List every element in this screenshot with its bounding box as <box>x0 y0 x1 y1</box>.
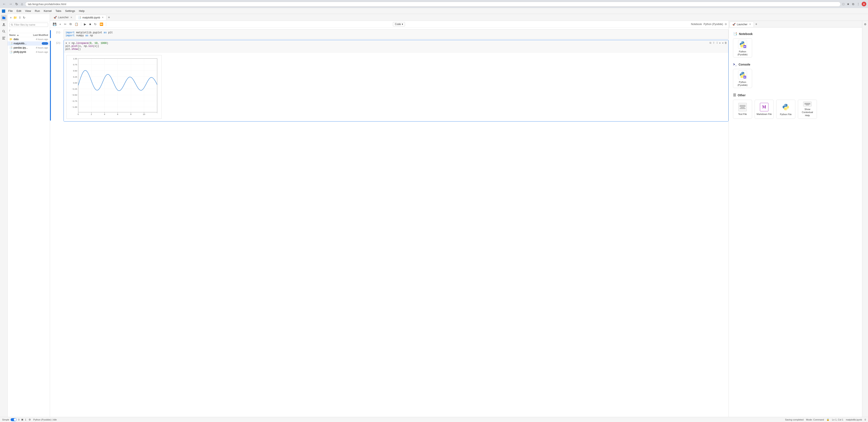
breadcrumb: / <box>8 28 50 33</box>
sidebar-search-button[interactable] <box>1 28 7 34</box>
tab-matplotlib[interactable]: 📑 matplotlib.ipynb ✕ <box>75 15 106 20</box>
add-cell-button[interactable]: + <box>58 22 62 27</box>
launcher-card-markdown[interactable]: M Markdown File <box>755 100 774 119</box>
move-down-button[interactable]: ⇩ <box>716 41 719 45</box>
new-file-button[interactable]: + <box>9 15 12 20</box>
file-item-plotly[interactable]: 📑 plotly.ipynb 4 hours ago <box>8 50 50 54</box>
right-add-tab-button[interactable]: + <box>754 22 758 27</box>
svg-text:−0.50: −0.50 <box>72 94 78 96</box>
search-icon <box>11 24 13 26</box>
save-button[interactable]: 💾 <box>52 22 57 27</box>
kernel-select[interactable]: Code ▾ <box>393 22 405 26</box>
right-tab-launcher[interactable]: 🚀 Launcher ✕ <box>730 22 754 27</box>
delete-cell-button[interactable]: 🗑 <box>724 41 727 45</box>
simple-label: Simple <box>2 418 9 421</box>
right-sidebar-btn-1[interactable]: ⚙ <box>863 22 868 27</box>
launcher-card-notebook-pyodide[interactable]: WA Python(Pyodide) <box>733 38 752 57</box>
right-panel-tab-bar: 🚀 Launcher ✕ + <box>729 21 862 28</box>
address-bar[interactable]: lab.fengchao.pro/lab/index.html <box>25 2 841 7</box>
cell-2-code[interactable]: x = np.linspace(0, 10, 1000) plt.plot(x,… <box>64 40 728 52</box>
copy-cell-button[interactable]: ⧉ <box>709 41 712 45</box>
stop-button[interactable]: ■ <box>88 22 92 27</box>
add-tab-button[interactable]: + <box>106 15 111 20</box>
cell-2-content[interactable]: ⧉ ⇧ ⇩ ▸ ◂ 🗑 x = np.linspace(0, 10, 1000)… <box>64 40 728 122</box>
menu-tabs[interactable]: Tabs <box>54 9 63 13</box>
menu-file[interactable]: File <box>6 9 14 13</box>
sidebar-toc-button[interactable] <box>1 35 7 41</box>
file-name: matplotlib... <box>13 42 40 45</box>
paste-button[interactable]: 📋 <box>73 22 79 27</box>
sidebar-files-button[interactable] <box>1 15 7 21</box>
copy-button[interactable]: ⧉ <box>68 22 73 27</box>
file-name: data <box>13 38 35 41</box>
menu-view[interactable]: View <box>23 9 33 13</box>
notebook-pyodide-label: Python(Pyodide) <box>738 50 747 56</box>
status-left: Simple 0 ▣ 1 ⚙ Python (Pyodide) | Idle <box>2 418 782 422</box>
forward-button[interactable]: → <box>8 2 13 6</box>
file-list-header[interactable]: Name ▲ Last Modified <box>8 33 50 37</box>
notebook-tab-close[interactable]: ✕ <box>102 16 104 19</box>
launcher-card-console-pyodide[interactable]: WA Python(Pyodide) <box>733 69 752 88</box>
cell-1-content[interactable]: import matplotlib.pyplot as plt import n… <box>64 29 728 39</box>
settings-button[interactable]: ⋮ <box>856 2 860 6</box>
toggle-track[interactable] <box>10 418 17 421</box>
bookmark-button[interactable]: ★ <box>846 2 850 6</box>
menu-run[interactable]: Run <box>33 9 41 13</box>
launcher-card-contextual-help[interactable]: ShowContextual Help <box>798 100 817 119</box>
text-file-label: Text File <box>738 113 747 116</box>
add-above-button[interactable]: ▸ <box>719 41 721 45</box>
svg-point-1 <box>3 30 4 32</box>
status-settings-button[interactable]: ⚙ <box>28 418 32 422</box>
python-file-icon <box>781 103 790 112</box>
svg-text:0.50: 0.50 <box>73 69 78 72</box>
file-search-container[interactable] <box>9 23 48 27</box>
file-modified: 4 hours ago <box>36 38 48 40</box>
add-below-button[interactable]: ◂ <box>721 41 724 45</box>
console-section-title: Console <box>739 63 750 66</box>
notebook-icon: 📑 <box>9 46 13 49</box>
right-launcher-close[interactable]: ✕ <box>749 23 751 26</box>
fast-forward-button[interactable]: ⏩ <box>98 22 104 27</box>
refresh-button[interactable]: ↻ <box>22 15 26 20</box>
cell-1-code[interactable]: import matplotlib.pyplot as plt import n… <box>64 29 728 39</box>
right-panel: 🚀 Launcher ✕ + 📑 Notebook <box>728 21 862 417</box>
file-search-input[interactable] <box>14 23 46 26</box>
launcher-card-python-file[interactable]: Python File <box>776 100 795 119</box>
restart-button[interactable]: ↻ <box>93 22 98 27</box>
reload-button[interactable]: ↻ <box>14 2 19 7</box>
menu-edit[interactable]: Edit <box>15 9 23 13</box>
menu-help[interactable]: Help <box>77 9 86 13</box>
cut-button[interactable]: ✂ <box>63 22 68 27</box>
new-folder-button[interactable]: 📁 <box>13 15 18 20</box>
browser-actions: □ ★ ⧉ ⋮ A <box>842 2 866 7</box>
kernel-info: Notebook Python (Pyodide) <box>691 23 727 26</box>
run-button[interactable]: ▶ <box>83 22 87 27</box>
sidebar-upload-button[interactable] <box>1 22 7 28</box>
launcher-tab-close[interactable]: ✕ <box>70 16 72 19</box>
right-sidebar: ⚙ <box>862 21 868 417</box>
home-button[interactable]: ⌂ <box>20 2 24 6</box>
file-modified: 4 hours ago <box>36 51 48 53</box>
menu-settings[interactable]: Settings <box>63 9 77 13</box>
tab-launcher[interactable]: 🚀 Launcher ✕ <box>51 14 75 20</box>
upload-button[interactable]: ⇧ <box>18 15 22 20</box>
split-button[interactable]: ⧉ <box>851 2 855 7</box>
menu-kernel[interactable]: Kernel <box>42 9 53 13</box>
launcher-card-text-file[interactable]: Text File <box>733 100 752 119</box>
menu-bar: 🟦 File Edit View Run Kernel Tabs Setting… <box>0 8 868 14</box>
simple-mode-toggle[interactable]: Simple <box>2 418 17 421</box>
browser-chrome: ← → ↻ ⌂ lab.fengchao.pro/lab/index.html … <box>0 0 868 8</box>
cell-number: 0 <box>18 418 20 421</box>
move-up-button[interactable]: ⇧ <box>712 41 715 45</box>
svg-text:8: 8 <box>130 113 132 115</box>
extensions-button[interactable]: □ <box>842 2 845 6</box>
profile-avatar[interactable]: A <box>862 2 866 6</box>
file-item-data[interactable]: 📁 data 4 hours ago <box>8 37 50 41</box>
file-item-matplotlib[interactable]: 📑 matplotlib... now <box>8 41 50 46</box>
status-right: Mode: Command 🔒 Ln 1, Col 1 matplotlib.i… <box>806 418 866 421</box>
cell-indicator-icon: ▣ <box>21 418 23 421</box>
back-button[interactable]: ← <box>2 2 7 6</box>
file-item-pandas[interactable]: 📑 pandas.ipy... 4 hours ago <box>8 46 50 50</box>
saving-status: Saving completed <box>785 418 803 421</box>
kernel-name-label: Python (Pyodide) <box>704 23 723 26</box>
